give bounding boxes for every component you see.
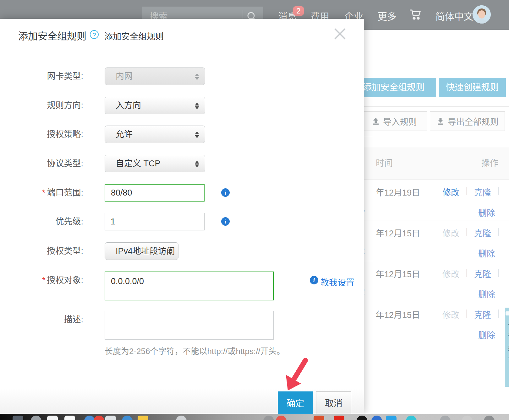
help-icon[interactable]: ? bbox=[90, 30, 99, 39]
rule-direction-select[interactable]: 入方向 bbox=[105, 97, 205, 114]
quick-create-rule-button[interactable]: 快速创建规则 bbox=[439, 78, 506, 97]
dock-icon[interactable] bbox=[371, 416, 382, 420]
language-selector[interactable]: 简体中文 bbox=[435, 9, 473, 23]
rule-date: 年12月15日 bbox=[376, 308, 420, 320]
select-arrows-icon bbox=[195, 155, 199, 173]
dock-icon[interactable] bbox=[314, 416, 324, 420]
port-range-input[interactable] bbox=[105, 184, 205, 202]
info-icon[interactable]: i bbox=[221, 217, 230, 226]
cancel-button[interactable]: 取消 bbox=[316, 391, 351, 414]
upload-icon bbox=[372, 117, 380, 125]
dock-icon[interactable] bbox=[47, 416, 58, 420]
add-rule-button-bg[interactable]: 添加安全组规则 bbox=[351, 78, 436, 97]
divider bbox=[346, 136, 509, 136]
select-arrows-icon bbox=[195, 126, 199, 143]
avatar[interactable] bbox=[473, 5, 491, 24]
dock[interactable] bbox=[0, 414, 509, 420]
dock-icon[interactable] bbox=[122, 416, 133, 420]
cart-icon[interactable] bbox=[408, 8, 422, 23]
dock-icon[interactable] bbox=[176, 416, 187, 420]
delete-link[interactable]: 删除 bbox=[478, 249, 495, 259]
close-icon[interactable] bbox=[332, 26, 348, 41]
dialog-title: 添加安全组规则 bbox=[18, 28, 86, 42]
message-count-badge: 2 bbox=[293, 6, 304, 16]
policy-value: 允许 bbox=[116, 130, 133, 139]
dock-icon[interactable] bbox=[138, 416, 148, 420]
protocol-value: 自定义 TCP bbox=[116, 159, 161, 168]
rule-direction-value: 入方向 bbox=[116, 101, 141, 110]
table-row: 年12月19日 5 修改|克隆| 删除 bbox=[346, 180, 509, 220]
rule-date: 年12月19日 bbox=[376, 186, 420, 198]
select-arrows-icon bbox=[195, 97, 199, 115]
form-row-description: 描述: bbox=[0, 311, 364, 340]
divider bbox=[346, 106, 509, 107]
field-label: 协议类型: bbox=[47, 159, 83, 168]
table-row: 年12月15日 修改|克隆| 删除 bbox=[346, 302, 509, 343]
field-label: 授权对象: bbox=[47, 276, 83, 285]
nav-more[interactable]: 更多 bbox=[378, 9, 397, 23]
form-row-nic-type: 网卡类型: 内网 bbox=[0, 67, 364, 85]
priority-input[interactable] bbox=[105, 213, 205, 230]
auth-object-textarea[interactable]: 0.0.0.0/0 bbox=[105, 272, 274, 300]
modify-link[interactable]: 修改 bbox=[442, 227, 459, 239]
dock-icon[interactable] bbox=[462, 416, 473, 420]
form-row-protocol: 协议类型: 自定义 TCP bbox=[0, 155, 364, 172]
policy-select[interactable]: 允许 bbox=[105, 126, 205, 143]
table-row: 年12月15日 2 修改|克隆| 删除 bbox=[346, 220, 509, 261]
dock-icon[interactable] bbox=[105, 416, 116, 420]
dock-icon[interactable] bbox=[31, 416, 41, 420]
modify-link[interactable]: 修改 bbox=[442, 308, 459, 320]
table-row: 年12月15日 2 修改|克隆| 删除 bbox=[346, 261, 509, 302]
dock-icon[interactable] bbox=[334, 416, 344, 420]
info-icon[interactable]: i bbox=[310, 276, 318, 284]
form-row-auth-type: 授权类型: IPv4地址段访问 bbox=[0, 242, 364, 260]
clone-link[interactable]: 克隆 bbox=[474, 308, 491, 320]
dock-icon[interactable] bbox=[84, 416, 95, 420]
rule-date: 年12月15日 bbox=[376, 227, 420, 239]
clone-link[interactable]: 克隆 bbox=[474, 186, 491, 198]
modify-link[interactable]: 修改 bbox=[442, 267, 459, 280]
select-arrows-icon bbox=[195, 68, 199, 85]
clone-link[interactable]: 克隆 bbox=[474, 227, 491, 239]
download-icon bbox=[436, 117, 445, 125]
export-all-rules-label: 导出全部规则 bbox=[448, 115, 499, 127]
required-star: * bbox=[42, 276, 46, 285]
form-row-rule-direction: 规则方向: 入方向 bbox=[0, 97, 364, 114]
dock-icon[interactable] bbox=[386, 416, 397, 420]
column-time: 时间 bbox=[376, 147, 393, 179]
dock-icon[interactable] bbox=[440, 416, 451, 420]
dialog-subtitle: 添加安全组规则 bbox=[104, 30, 164, 42]
field-label: 规则方向: bbox=[47, 101, 83, 110]
dock-icon[interactable] bbox=[357, 416, 367, 420]
dock-icon[interactable] bbox=[484, 416, 495, 420]
select-arrows-icon bbox=[168, 243, 172, 260]
dock-icon[interactable] bbox=[94, 416, 104, 420]
modify-link[interactable]: 修改 bbox=[442, 186, 459, 198]
nic-type-select[interactable]: 内网 bbox=[105, 67, 205, 85]
delete-link[interactable]: 删除 bbox=[478, 331, 495, 340]
teach-me-link[interactable]: 教我设置 bbox=[320, 276, 354, 288]
dock-icon[interactable] bbox=[406, 416, 417, 420]
info-icon[interactable]: i bbox=[221, 188, 230, 197]
protocol-select[interactable]: 自定义 TCP bbox=[105, 155, 205, 172]
description-textarea[interactable] bbox=[105, 311, 274, 340]
confirm-button[interactable]: 确定 bbox=[278, 391, 313, 414]
rules-table: 年12月19日 5 修改|克隆| 删除 年12月15日 2 修改|克隆| 删除 … bbox=[346, 180, 509, 343]
table-header: 时间 操作 bbox=[346, 147, 509, 180]
delete-link[interactable]: 删除 bbox=[478, 290, 495, 299]
dock-icon[interactable] bbox=[276, 416, 287, 420]
field-label: 授权策略: bbox=[47, 130, 83, 139]
import-rules-button[interactable]: 导入规则 bbox=[361, 111, 427, 131]
dock-icon[interactable] bbox=[13, 416, 23, 420]
export-all-rules-button[interactable]: 导出全部规则 bbox=[430, 111, 505, 131]
import-rules-label: 导入规则 bbox=[383, 115, 417, 127]
form-row-port-range: *端口范围: i bbox=[0, 184, 364, 202]
clone-link[interactable]: 克隆 bbox=[474, 267, 491, 280]
dock-icon[interactable] bbox=[263, 416, 274, 420]
auth-type-select[interactable]: IPv4地址段访问 bbox=[105, 242, 178, 260]
delete-link[interactable]: 删除 bbox=[478, 208, 495, 218]
feedback-tab[interactable]: 咨询建议 bbox=[505, 308, 509, 387]
field-label: 端口范围: bbox=[47, 188, 83, 197]
feedback-icon bbox=[506, 311, 509, 315]
dock-icon[interactable] bbox=[64, 416, 75, 420]
